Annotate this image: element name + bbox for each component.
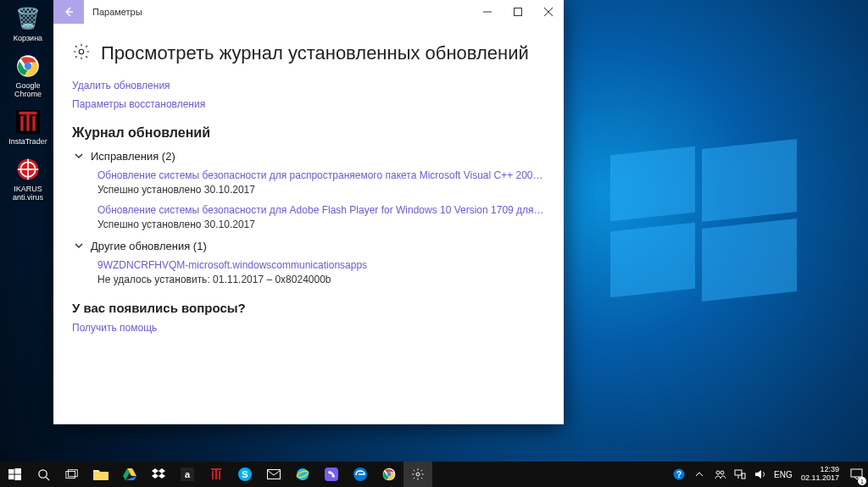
update-status: Не удалось установить: 01.11.2017 – 0x80…	[97, 274, 545, 285]
taskbar-app-drive[interactable]	[115, 462, 144, 487]
group-other: Другие обновления (1) 9WZDNCRFHVQM-micro…	[72, 239, 545, 285]
amazon-icon: a	[181, 468, 194, 481]
volume-icon	[754, 469, 766, 479]
get-help-link[interactable]: Получить помощь	[72, 322, 545, 334]
tray-people-icon[interactable]	[709, 462, 730, 487]
taskbar-app-viber[interactable]	[317, 462, 346, 487]
svg-rect-54	[735, 470, 742, 475]
history-heading: Журнал обновлений	[72, 125, 545, 141]
group-label: Другие обновления (1)	[91, 240, 207, 252]
update-status: Успешно установлено 30.10.2017	[97, 219, 545, 230]
taskbar-app-edge[interactable]	[346, 462, 375, 487]
chrome-icon	[14, 53, 42, 80]
action-center-button[interactable]: 1	[844, 462, 868, 487]
uninstall-updates-link[interactable]: Удалить обновления	[72, 80, 545, 91]
tray-language[interactable]: ENG	[771, 462, 796, 487]
update-item: 9WZDNCRFHVQM-microsoft.windowscommunicat…	[97, 259, 545, 285]
task-view-button[interactable]	[58, 462, 86, 487]
desktop-icon-label: InstaTrader	[5, 137, 51, 146]
svg-point-49	[416, 473, 420, 476]
svg-marker-31	[159, 468, 165, 473]
start-button[interactable]	[0, 462, 29, 487]
arrow-left-icon	[62, 5, 75, 19]
desktop-icon-label: Google Chrome	[5, 81, 51, 98]
skype-icon: S	[238, 468, 252, 481]
svg-rect-22	[14, 474, 21, 480]
content-area: Просмотреть журнал установленных обновле…	[53, 24, 564, 334]
close-button[interactable]	[533, 0, 564, 24]
search-button[interactable]	[29, 462, 58, 487]
svg-line-24	[46, 477, 49, 480]
taskbar-app-skype[interactable]: S	[231, 462, 259, 487]
svg-marker-33	[159, 473, 165, 479]
group-label: Исправления (2)	[91, 150, 175, 163]
svg-point-23	[38, 469, 46, 477]
questions-heading: У вас появились вопросы?	[72, 301, 545, 315]
update-status: Успешно установлено 30.10.2017	[97, 184, 545, 196]
taskbar: a S ? ENG 12:39 02.11.2017 1	[0, 462, 868, 487]
windows-icon	[8, 468, 21, 481]
desktop-icons: 🗑️ Корзина Google Chrome InstaTrader IKA…	[5, 5, 51, 212]
update-link[interactable]: 9WZDNCRFHVQM-microsoft.windowscommunicat…	[97, 259, 545, 271]
maximize-button[interactable]	[503, 0, 533, 24]
svg-rect-42	[268, 470, 281, 479]
titlebar: Параметры	[53, 0, 564, 24]
tray-show-hidden-icon[interactable]	[689, 462, 709, 487]
desktop-icon-ikarus[interactable]: IKARUS anti.virus	[5, 156, 51, 202]
taskbar-app-amazon[interactable]: a	[173, 462, 202, 487]
tray-help-icon[interactable]: ?	[669, 462, 689, 487]
svg-point-18	[79, 49, 84, 54]
clock-date: 02.11.2017	[801, 474, 839, 483]
update-link[interactable]: Обновление системы безопасности для расп…	[97, 169, 545, 181]
tray-network-icon[interactable]	[730, 462, 750, 487]
page-title: Просмотреть журнал установленных обновле…	[101, 42, 529, 64]
app-title: Параметры	[84, 7, 472, 17]
search-icon	[37, 468, 50, 481]
svg-point-52	[716, 471, 720, 474]
maximize-icon	[514, 8, 522, 16]
svg-text:a: a	[185, 469, 191, 479]
group-fixes: Исправления (2) Обновление системы безоп…	[72, 149, 545, 230]
svg-rect-26	[69, 470, 78, 477]
svg-rect-56	[742, 473, 745, 479]
viber-icon	[325, 468, 338, 481]
desktop-icon-google-chrome[interactable]: Google Chrome	[5, 53, 51, 98]
svg-rect-37	[215, 469, 217, 479]
minimize-icon	[483, 8, 492, 16]
svg-rect-6	[32, 116, 36, 131]
ikarus-icon	[14, 156, 42, 183]
gear-icon	[411, 468, 425, 481]
svg-rect-38	[219, 471, 220, 479]
svg-rect-4	[20, 116, 24, 131]
desktop-icon-recycle-bin[interactable]: 🗑️ Корзина	[5, 5, 51, 42]
taskbar-app-dropbox[interactable]	[144, 462, 173, 487]
taskbar-app-file-explorer[interactable]	[86, 462, 115, 487]
svg-rect-36	[212, 471, 214, 479]
mail-icon	[267, 469, 281, 479]
tray-volume-icon[interactable]	[750, 462, 771, 487]
taskbar-app-ie[interactable]	[288, 462, 317, 487]
svg-point-53	[721, 471, 724, 474]
tray-clock[interactable]: 12:39 02.11.2017	[796, 466, 844, 483]
edge-icon	[353, 468, 367, 481]
taskbar-app-insta-trader[interactable]	[202, 462, 231, 487]
ie-icon	[296, 468, 309, 481]
svg-rect-39	[211, 468, 221, 470]
desktop-icon-insta-trader[interactable]: InstaTrader	[5, 108, 51, 146]
dropbox-icon	[152, 468, 165, 480]
svg-rect-7	[19, 112, 37, 115]
update-item: Обновление системы безопасности для Adob…	[97, 204, 545, 230]
minimize-button[interactable]	[472, 0, 503, 24]
recycle-bin-icon: 🗑️	[14, 5, 42, 32]
taskbar-app-chrome[interactable]	[375, 462, 403, 487]
taskbar-app-settings[interactable]	[403, 462, 432, 487]
taskbar-app-mail[interactable]	[259, 462, 288, 487]
recovery-options-link[interactable]: Параметры восстановления	[72, 98, 545, 110]
svg-rect-20	[14, 468, 21, 474]
group-toggle-other[interactable]: Другие обновления (1)	[72, 239, 545, 252]
update-link[interactable]: Обновление системы безопасности для Adob…	[97, 204, 545, 216]
svg-rect-21	[8, 474, 14, 479]
group-toggle-fixes[interactable]: Исправления (2)	[72, 149, 545, 163]
back-button[interactable]	[53, 0, 84, 24]
svg-rect-25	[66, 471, 75, 478]
